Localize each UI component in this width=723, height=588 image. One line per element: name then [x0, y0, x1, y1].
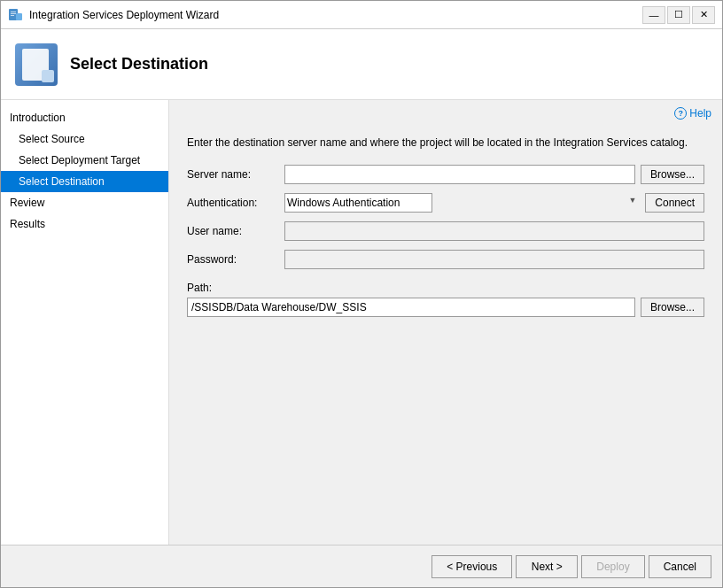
path-label: Path: [187, 282, 704, 294]
cancel-button[interactable]: Cancel [649, 555, 711, 578]
wizard-header-icon [15, 43, 58, 86]
title-bar: Integration Services Deployment Wizard —… [1, 1, 722, 29]
password-label: Password: [187, 253, 284, 266]
wizard-body: Introduction Select Source Select Deploy… [1, 100, 722, 545]
app-icon [8, 7, 24, 23]
wizard-nav: Introduction Select Source Select Deploy… [1, 100, 169, 545]
authentication-label: Authentication: [187, 197, 284, 209]
user-name-label: User name: [187, 225, 284, 237]
help-link[interactable]: ? Help [674, 107, 711, 120]
svg-rect-1 [11, 12, 16, 12]
wizard-footer: < Previous Next > Deploy Cancel [1, 545, 722, 587]
authentication-select-wrapper: Windows Authentication SQL Server Authen… [284, 193, 640, 213]
browse-server-button[interactable]: Browse... [641, 165, 704, 184]
browse-path-button[interactable]: Browse... [641, 298, 704, 317]
deploy-button[interactable]: Deploy [581, 555, 644, 578]
previous-button[interactable]: < Previous [431, 555, 512, 578]
close-button[interactable]: ✕ [692, 6, 715, 24]
path-section: Path: Browse... [187, 282, 704, 317]
user-name-input[interactable] [284, 221, 704, 241]
server-name-input[interactable] [284, 165, 635, 184]
nav-item-results[interactable]: Results [1, 213, 168, 235]
authentication-row: Authentication: Windows Authentication S… [187, 193, 704, 213]
connect-button[interactable]: Connect [645, 193, 704, 213]
path-input[interactable] [187, 298, 635, 317]
help-icon: ? [674, 107, 687, 120]
title-bar-text: Integration Services Deployment Wizard [29, 9, 642, 21]
authentication-select[interactable]: Windows Authentication SQL Server Authen… [284, 193, 432, 213]
maximize-button[interactable]: ☐ [667, 6, 690, 24]
minimize-button[interactable]: — [642, 6, 665, 24]
title-bar-controls: — ☐ ✕ [642, 6, 715, 24]
wizard-header-title: Select Destination [70, 55, 208, 74]
nav-item-review[interactable]: Review [1, 192, 168, 213]
server-name-row: Server name: Browse... [187, 165, 704, 184]
nav-item-select-source[interactable]: Select Source [1, 128, 168, 150]
wizard-content: ? Help Enter the destination server name… [169, 100, 722, 545]
nav-item-introduction[interactable]: Introduction [1, 107, 168, 128]
path-row: Browse... [187, 298, 704, 317]
password-row: Password: [187, 250, 704, 269]
svg-rect-4 [16, 13, 22, 20]
nav-item-select-destination[interactable]: Select Destination [1, 171, 168, 192]
help-label: Help [689, 107, 711, 120]
password-input[interactable] [284, 250, 704, 269]
svg-rect-3 [11, 15, 14, 16]
nav-item-select-deployment-target[interactable]: Select Deployment Target [1, 150, 168, 171]
server-name-label: Server name: [187, 168, 284, 181]
next-button[interactable]: Next > [516, 555, 578, 578]
svg-rect-2 [11, 13, 16, 14]
user-name-row: User name: [187, 221, 704, 241]
description-text: Enter the destination server name and wh… [187, 135, 701, 151]
wizard-header: Select Destination [1, 29, 722, 100]
